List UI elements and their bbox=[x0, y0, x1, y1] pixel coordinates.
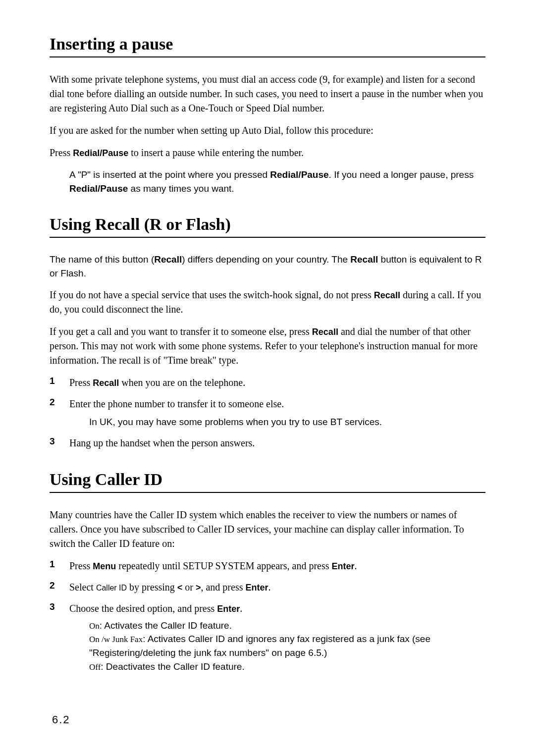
list-item: 1 Press Recall when you are on the telep… bbox=[50, 376, 485, 390]
text: repeatedly until bbox=[116, 560, 183, 571]
option-off: Off: Deactivates the Caller ID feature. bbox=[89, 660, 485, 674]
text: . If you need a longer pause, press bbox=[329, 169, 474, 180]
key-label-enter: Enter bbox=[332, 561, 355, 571]
option-block: On: Activates the Caller ID feature. On … bbox=[89, 619, 485, 673]
paragraph: If you are asked for the number when set… bbox=[50, 123, 485, 138]
note-text: A "P" is inserted at the point where you… bbox=[69, 168, 485, 195]
key-label-menu: Menu bbox=[93, 561, 116, 571]
key-label-recall: Recall bbox=[350, 254, 378, 265]
text: The name of this button ( bbox=[50, 254, 154, 265]
option-text: : Activates the Caller ID feature. bbox=[100, 620, 232, 631]
ordered-list-recall-steps: 1 Press Recall when you are on the telep… bbox=[50, 376, 485, 450]
key-label-recall: Recall bbox=[374, 290, 400, 300]
key-label-right: > bbox=[196, 583, 201, 593]
section-heading-using-recall: Using Recall (R or Flash) bbox=[50, 215, 485, 238]
key-label-recall: Recall bbox=[154, 254, 182, 265]
text: . bbox=[240, 603, 242, 614]
paragraph: The name of this button (Recall) differs… bbox=[50, 253, 485, 280]
text: to insert a pause while entering the num… bbox=[128, 147, 304, 158]
step-body: Select Caller ID by pressing < or >, and… bbox=[69, 580, 485, 594]
key-label-redial-pause: Redial/Pause bbox=[270, 169, 328, 180]
text: by pressing bbox=[127, 582, 177, 593]
key-label-enter: Enter bbox=[217, 604, 240, 614]
key-label-redial-pause: Redial/Pause bbox=[73, 148, 128, 158]
document-page: Inserting a pause With some private tele… bbox=[0, 0, 535, 713]
key-label-left: < bbox=[177, 583, 183, 593]
text: when you are on the telephone. bbox=[119, 377, 245, 388]
key-label-redial-pause: Redial/Pause bbox=[69, 183, 128, 194]
step-body: Press Menu repeatedly until SETUP SYSTEM… bbox=[69, 559, 485, 573]
text: . bbox=[268, 582, 270, 593]
step-number: 3 bbox=[50, 601, 69, 673]
ordered-list-caller-id-steps: 1 Press Menu repeatedly until SETUP SYST… bbox=[50, 559, 485, 673]
paragraph: Many countries have the Caller ID system… bbox=[50, 508, 485, 551]
text: ) differs depending on your country. The bbox=[182, 254, 350, 265]
text: If you do not have a special service tha… bbox=[50, 289, 374, 300]
menu-option-caller-id: Caller ID bbox=[96, 584, 127, 592]
step-body: Hang up the handset when the person answ… bbox=[69, 436, 485, 450]
paragraph: Press Redial/Pause to insert a pause whi… bbox=[50, 146, 485, 160]
step-body: Choose the desired option, and press Ent… bbox=[69, 601, 485, 673]
text: Press bbox=[69, 377, 93, 388]
list-item: 3 Choose the desired option, and press E… bbox=[50, 601, 485, 673]
text: appears, and press bbox=[254, 560, 331, 571]
step-body: Press Recall when you are on the telepho… bbox=[69, 376, 485, 390]
option-on: On: Activates the Caller ID feature. bbox=[89, 619, 485, 633]
key-label-enter: Enter bbox=[245, 583, 268, 593]
step-number: 2 bbox=[50, 580, 69, 594]
step-number: 3 bbox=[50, 436, 69, 450]
paragraph: With some private telephone systems, you… bbox=[50, 72, 485, 115]
section-heading-using-caller-id: Using Caller ID bbox=[50, 470, 485, 493]
note-block: A "P" is inserted at the point where you… bbox=[69, 168, 485, 195]
text: as many times you want. bbox=[128, 183, 234, 194]
list-item: 2 Enter the phone number to transfer it … bbox=[50, 397, 485, 429]
list-item: 1 Press Menu repeatedly until SETUP SYST… bbox=[50, 559, 485, 573]
option-label: On /w Junk Fax bbox=[89, 635, 143, 644]
text: Press bbox=[69, 560, 93, 571]
text: Enter the phone number to transfer it to… bbox=[69, 398, 284, 409]
step-number: 1 bbox=[50, 559, 69, 573]
paragraph: If you get a call and you want to transf… bbox=[50, 324, 485, 368]
page-number: 6.2 bbox=[52, 713, 70, 726]
option-label: On bbox=[89, 621, 100, 631]
key-label-recall: Recall bbox=[93, 378, 119, 388]
sub-note: In UK, you may have some problems when y… bbox=[89, 415, 485, 429]
step-body: Enter the phone number to transfer it to… bbox=[69, 397, 485, 429]
section-heading-inserting-pause: Inserting a pause bbox=[50, 35, 485, 57]
list-item: 3 Hang up the handset when the person an… bbox=[50, 436, 485, 450]
text: . bbox=[355, 560, 357, 571]
step-number: 2 bbox=[50, 397, 69, 429]
text: If you get a call and you want to transf… bbox=[50, 326, 312, 337]
list-item: 2 Select Caller ID by pressing < or >, a… bbox=[50, 580, 485, 594]
text: Choose the desired option, and press bbox=[69, 603, 217, 614]
text: Press bbox=[50, 147, 73, 158]
text: or bbox=[182, 582, 196, 593]
paragraph: If you do not have a special service tha… bbox=[50, 288, 485, 317]
step-number: 1 bbox=[50, 376, 69, 390]
option-text: : Deactivates the Caller ID feature. bbox=[101, 661, 244, 672]
option-on-junk-fax: On /w Junk Fax: Activates Caller ID and … bbox=[89, 632, 485, 659]
option-label: Off bbox=[89, 662, 101, 672]
text: , and press bbox=[201, 582, 245, 593]
key-label-recall: Recall bbox=[312, 327, 338, 337]
text: Select bbox=[69, 582, 96, 593]
text: A "P" is inserted at the point where you… bbox=[69, 169, 270, 180]
display-label-setup-system: SETUP SYSTEM bbox=[183, 560, 254, 571]
